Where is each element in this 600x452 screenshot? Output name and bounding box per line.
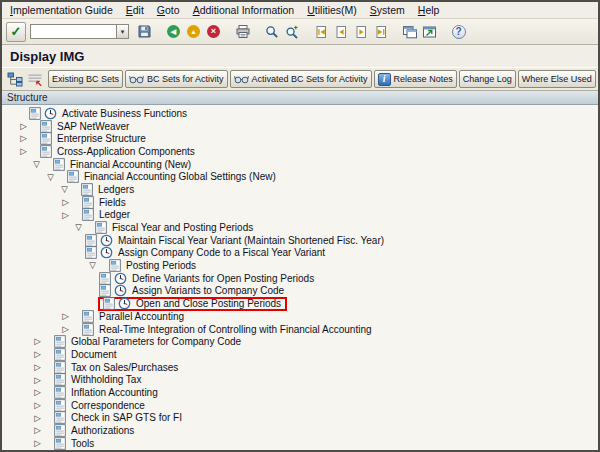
help-icon[interactable]: ? bbox=[449, 22, 468, 41]
command-history-icon[interactable]: ▾ bbox=[116, 24, 129, 39]
tree-item-label[interactable]: Define Variants for Open Posting Periods bbox=[130, 273, 316, 284]
menu-system[interactable]: System bbox=[370, 4, 405, 16]
expand-arrow-icon[interactable]: ▷ bbox=[17, 147, 30, 156]
existing-bc-sets-button[interactable]: Existing BC Sets bbox=[48, 70, 123, 88]
tree-row-withholding-tax[interactable]: ▷Withholding Tax bbox=[2, 373, 598, 386]
change-log-button[interactable]: Change Log bbox=[459, 70, 516, 88]
expand-arrow-icon[interactable]: ▷ bbox=[59, 198, 72, 207]
tree-item-label[interactable]: Authorizations bbox=[69, 425, 136, 436]
tree-row-financial-accounting-global-settings-new[interactable]: ▽Financial Accounting Global Settings (N… bbox=[2, 170, 598, 183]
expand-arrow-icon[interactable]: ▷ bbox=[17, 134, 30, 143]
tree-row-assign-company-code-to-a-fiscal-year-variant[interactable]: Assign Company Code to a Fiscal Year Var… bbox=[2, 247, 598, 260]
tree-item-label[interactable]: Tools bbox=[69, 438, 96, 449]
next-page-icon[interactable] bbox=[351, 22, 370, 41]
tree-item-label[interactable]: Financial Accounting (New) bbox=[68, 159, 193, 170]
tree-row-global-parameters-for-company-code[interactable]: ▷Global Parameters for Company Code bbox=[2, 335, 598, 348]
img-activity-icon[interactable] bbox=[100, 234, 113, 247]
tree-row-real-time-integration-of-controlling-with-financial-accounting[interactable]: ▷Real-Time Integration of Controlling wi… bbox=[2, 323, 598, 336]
tree-row-define-variants-for-open-posting-periods[interactable]: Define Variants for Open Posting Periods bbox=[2, 272, 598, 285]
exit-icon[interactable]: ▲ bbox=[184, 22, 203, 41]
tree-row-tax-on-sales-purchases[interactable]: ▷Tax on Sales/Purchases bbox=[2, 361, 598, 374]
tree-item-label[interactable]: Maintain Fiscal Year Variant (Maintain S… bbox=[116, 235, 386, 246]
tree-item-label[interactable]: Tax on Sales/Purchases bbox=[69, 362, 180, 373]
find-icon[interactable] bbox=[262, 22, 281, 41]
img-activity-icon[interactable] bbox=[44, 107, 57, 120]
menu-additional-information[interactable]: Additional Information bbox=[193, 4, 295, 16]
back-icon[interactable]: ◀ bbox=[164, 22, 183, 41]
tree-item-label[interactable]: Financial Accounting Global Settings (Ne… bbox=[82, 171, 278, 182]
collapse-arrow-icon[interactable]: ▽ bbox=[58, 185, 71, 194]
expand-arrow-icon[interactable]: ▷ bbox=[59, 312, 72, 321]
tree-row-correspondence[interactable]: ▷Correspondence bbox=[2, 399, 598, 412]
save-icon[interactable] bbox=[135, 22, 154, 41]
last-page-icon[interactable] bbox=[371, 22, 390, 41]
position-icon[interactable] bbox=[26, 70, 44, 89]
tree-row-check-in-sap-gts-for-fi[interactable]: ▷Check in SAP GTS for FI bbox=[2, 412, 598, 425]
activated-bc-sets-for-activity-button[interactable]: Activated BC Sets for Activity bbox=[230, 70, 372, 88]
menu-help[interactable]: Help bbox=[418, 4, 440, 16]
collapse-arrow-icon[interactable]: ▽ bbox=[86, 261, 99, 270]
expand-arrow-icon[interactable]: ▷ bbox=[31, 388, 44, 397]
tree-row-open-and-close-posting-periods[interactable]: Open and Close Posting Periods bbox=[2, 297, 598, 310]
tree-row-cross-application-components[interactable]: ▷Cross-Application Components bbox=[2, 145, 598, 158]
img-activity-icon[interactable] bbox=[114, 284, 127, 297]
expand-arrow-icon[interactable]: ▷ bbox=[31, 439, 44, 448]
tree-row-tools[interactable]: ▷Tools bbox=[2, 437, 598, 450]
tree-row-activate-business-functions[interactable]: Activate Business Functions bbox=[2, 107, 598, 120]
tree-item-label[interactable]: Correspondence bbox=[69, 400, 147, 411]
tree-item-label[interactable]: Global Parameters for Company Code bbox=[69, 336, 243, 347]
tree-row-posting-periods[interactable]: ▽Posting Periods bbox=[2, 259, 598, 272]
tree-row-document[interactable]: ▷Document bbox=[2, 348, 598, 361]
tree-row-sap-netweaver[interactable]: ▷SAP NetWeaver bbox=[2, 120, 598, 133]
menu-utilities-m[interactable]: Utilities(M) bbox=[307, 4, 357, 16]
expand-arrow-icon[interactable]: ▷ bbox=[59, 211, 72, 220]
expand-arrow-icon[interactable]: ▷ bbox=[31, 401, 44, 410]
create-shortcut-icon[interactable] bbox=[420, 22, 439, 41]
img-activity-icon[interactable] bbox=[118, 297, 131, 310]
tree-item-label[interactable]: Parallel Accounting bbox=[97, 311, 186, 322]
tree-item-label[interactable]: Inflation Accounting bbox=[69, 387, 160, 398]
tree-item-label[interactable]: SAP NetWeaver bbox=[55, 121, 131, 132]
bc-sets-for-activity-button[interactable]: BC Sets for Activity bbox=[125, 70, 228, 88]
expand-arrow-icon[interactable]: ▷ bbox=[31, 363, 44, 372]
tree-item-label[interactable]: Assign Company Code to a Fiscal Year Var… bbox=[116, 247, 327, 258]
expand-arrow-icon[interactable]: ▷ bbox=[31, 350, 44, 359]
menu-edit[interactable]: Edit bbox=[126, 4, 144, 16]
tree-item-label[interactable]: Ledgers bbox=[96, 184, 136, 195]
expand-arrow-icon[interactable]: ▷ bbox=[31, 376, 44, 385]
tree-item-label[interactable]: Document bbox=[69, 349, 119, 360]
img-activity-icon[interactable] bbox=[114, 272, 127, 285]
tree-row-authorizations[interactable]: ▷Authorizations bbox=[2, 424, 598, 437]
previous-page-icon[interactable] bbox=[331, 22, 350, 41]
tree-row-maintain-fiscal-year-variant-maintain-shortened-fisc-year[interactable]: Maintain Fiscal Year Variant (Maintain S… bbox=[2, 234, 598, 247]
tree-item-label[interactable]: Assign Variants to Company Code bbox=[130, 285, 286, 296]
menu-goto[interactable]: Goto bbox=[157, 4, 180, 16]
expand-arrow-icon[interactable]: ▷ bbox=[31, 337, 44, 346]
expand-arrow-icon[interactable]: ▷ bbox=[31, 426, 44, 435]
cancel-icon[interactable]: × bbox=[204, 22, 223, 41]
print-icon[interactable] bbox=[233, 22, 252, 41]
new-session-icon[interactable] bbox=[400, 22, 419, 41]
collapse-arrow-icon[interactable]: ▽ bbox=[30, 160, 43, 169]
tree-row-parallel-accounting[interactable]: ▷Parallel Accounting bbox=[2, 310, 598, 323]
tree-item-label[interactable]: Fields bbox=[97, 197, 128, 208]
first-page-icon[interactable] bbox=[311, 22, 330, 41]
collapse-arrow-icon[interactable]: ▽ bbox=[72, 223, 85, 232]
tree-item-label[interactable]: Open and Close Posting Periods bbox=[134, 298, 283, 309]
expand-arrow-icon[interactable]: ▷ bbox=[31, 414, 44, 423]
tree-row-enterprise-structure[interactable]: ▷Enterprise Structure bbox=[2, 132, 598, 145]
expand-arrow-icon[interactable]: ▷ bbox=[17, 122, 30, 131]
tree-item-label[interactable]: Ledger bbox=[97, 209, 132, 220]
tree-row-ledgers[interactable]: ▽Ledgers bbox=[2, 183, 598, 196]
tree-item-label[interactable]: Enterprise Structure bbox=[55, 133, 148, 144]
where-else-used-button[interactable]: Where Else Used bbox=[518, 70, 596, 88]
img-activity-icon[interactable] bbox=[100, 246, 113, 259]
tree-item-label[interactable]: Cross-Application Components bbox=[55, 146, 197, 157]
release-notes-button[interactable]: iRelease Notes bbox=[374, 70, 457, 88]
tree-row-financial-accounting-new[interactable]: ▽Financial Accounting (New) bbox=[2, 158, 598, 171]
tree-item-label[interactable]: Fiscal Year and Posting Periods bbox=[110, 222, 255, 233]
img-structure-icon[interactable] bbox=[6, 70, 24, 89]
tree-row-ledger[interactable]: ▷Ledger bbox=[2, 209, 598, 222]
tree-row-fiscal-year-and-posting-periods[interactable]: ▽Fiscal Year and Posting Periods bbox=[2, 221, 598, 234]
collapse-arrow-icon[interactable]: ▽ bbox=[44, 173, 57, 182]
